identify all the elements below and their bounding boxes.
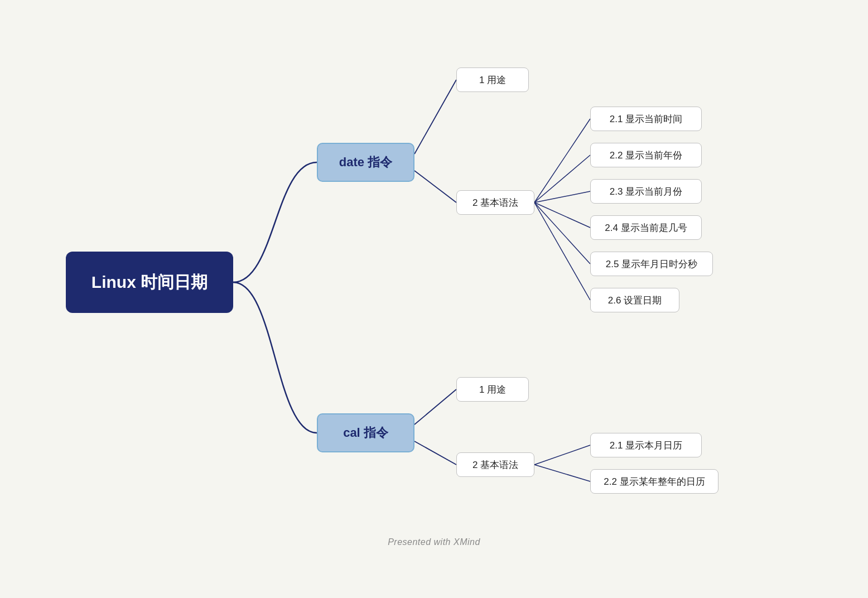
cal-usage-node: 1 用途 bbox=[456, 377, 529, 402]
date-2-2-node: 2.2 显示当前年份 bbox=[590, 143, 702, 167]
svg-line-7 bbox=[534, 202, 590, 300]
date-2-3-node: 2.3 显示当前月份 bbox=[590, 179, 702, 204]
svg-line-6 bbox=[534, 202, 590, 264]
date-node: date 指令 bbox=[317, 143, 414, 182]
footer: Presented with XMind bbox=[44, 537, 824, 547]
svg-line-9 bbox=[414, 441, 456, 465]
cal-grammar-label: 2 基本语法 bbox=[472, 459, 518, 471]
svg-line-11 bbox=[534, 465, 590, 481]
date-usage-node: 1 用途 bbox=[456, 67, 529, 92]
cal-2-2-node: 2.2 显示某年整年的日历 bbox=[590, 469, 718, 494]
svg-line-2 bbox=[534, 119, 590, 202]
date-2-1-label: 2.1 显示当前时间 bbox=[610, 113, 682, 126]
footer-text: Presented with XMind bbox=[388, 537, 480, 547]
date-2-1-node: 2.1 显示当前时间 bbox=[590, 107, 702, 131]
svg-line-5 bbox=[534, 202, 590, 228]
date-2-4-node: 2.4 显示当前是几号 bbox=[590, 215, 702, 240]
mind-map: Linux 时间日期 date 指令 cal 指令 1 用途 2 基本语法 2.… bbox=[44, 34, 824, 564]
date-usage-label: 1 用途 bbox=[479, 74, 506, 86]
svg-line-1 bbox=[414, 171, 456, 202]
svg-line-8 bbox=[414, 389, 456, 425]
date-2-2-label: 2.2 显示当前年份 bbox=[610, 149, 682, 162]
cal-2-2-label: 2.2 显示某年整年的日历 bbox=[604, 475, 705, 488]
date-2-3-label: 2.3 显示当前月份 bbox=[610, 185, 682, 198]
cal-label: cal 指令 bbox=[343, 425, 388, 441]
date-2-5-label: 2.5 显示年月日时分秒 bbox=[606, 258, 697, 271]
root-label: Linux 时间日期 bbox=[91, 271, 208, 294]
date-label: date 指令 bbox=[339, 154, 392, 171]
svg-line-3 bbox=[534, 155, 590, 202]
date-2-5-node: 2.5 显示年月日时分秒 bbox=[590, 252, 713, 276]
date-grammar-node: 2 基本语法 bbox=[456, 190, 534, 215]
cal-2-1-label: 2.1 显示本月日历 bbox=[610, 439, 682, 452]
date-2-6-node: 2.6 设置日期 bbox=[590, 288, 679, 312]
root-node: Linux 时间日期 bbox=[66, 252, 233, 313]
cal-node: cal 指令 bbox=[317, 413, 414, 452]
svg-line-4 bbox=[534, 191, 590, 202]
cal-grammar-node: 2 基本语法 bbox=[456, 452, 534, 477]
svg-line-0 bbox=[414, 80, 456, 154]
date-2-6-label: 2.6 设置日期 bbox=[608, 294, 662, 307]
cal-usage-label: 1 用途 bbox=[479, 383, 506, 396]
cal-2-1-node: 2.1 显示本月日历 bbox=[590, 433, 702, 457]
date-grammar-label: 2 基本语法 bbox=[472, 196, 518, 209]
date-2-4-label: 2.4 显示当前是几号 bbox=[605, 221, 687, 234]
svg-line-10 bbox=[534, 445, 590, 465]
